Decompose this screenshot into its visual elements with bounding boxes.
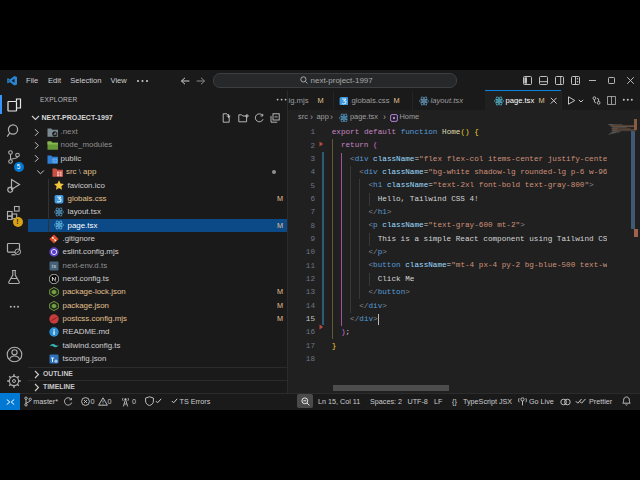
svg-text:ts: ts (52, 263, 57, 269)
